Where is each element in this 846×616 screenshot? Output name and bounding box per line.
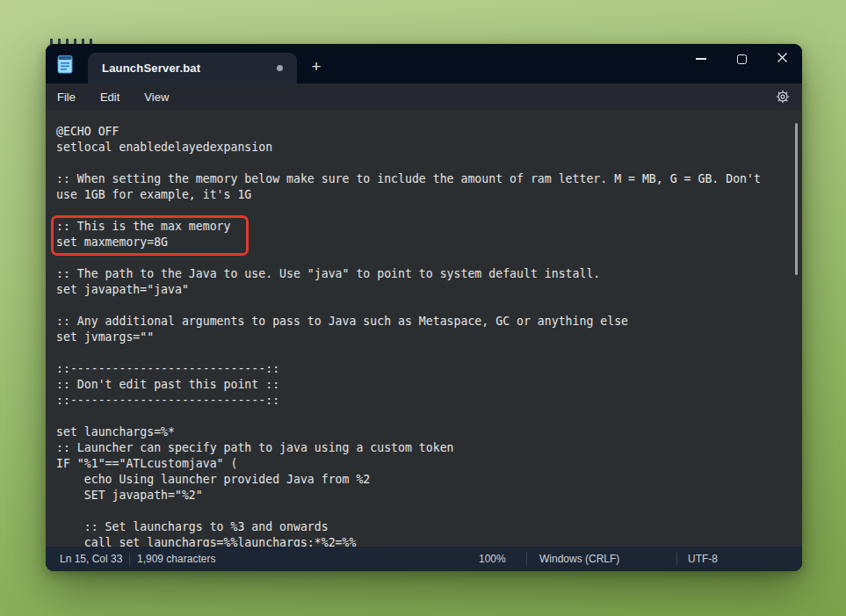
window-controls (681, 44, 802, 74)
code-line: IF "%1"=="ATLcustomjava" ( (56, 456, 761, 472)
close-icon (777, 51, 788, 67)
cursor-position: Ln 15, Col 33 (60, 553, 122, 565)
notepad-window: LaunchServer.bat + File Edit View (46, 44, 802, 571)
plus-icon: + (311, 58, 321, 75)
character-count: 1,909 characters (137, 553, 215, 565)
code-line: echo Using launcher provided Java from %… (56, 472, 761, 488)
code-line: set jvmargs="" (56, 330, 761, 345)
code-line (56, 345, 761, 361)
unsaved-dot-icon (277, 65, 283, 71)
notepad-icon (56, 54, 74, 78)
code-line: SET javapath="%2" (56, 488, 761, 504)
minimize-button[interactable] (681, 44, 721, 74)
menu-view[interactable]: View (144, 91, 169, 104)
code-line: :: Set launchargs to %3 and onwards (56, 519, 761, 535)
tab-title: LaunchServer.bat (102, 62, 200, 75)
code-line: call set launchargs=%%launchargs:*%2=%% (56, 535, 761, 547)
code-line: :: Launcher can specify path to java usi… (56, 440, 761, 456)
line-ending[interactable]: Windows (CRLF) (539, 553, 619, 565)
code-line: set launchargs=%* (56, 424, 761, 440)
new-tab-button[interactable]: + (304, 54, 329, 78)
code-line (56, 409, 761, 424)
minimize-icon (696, 58, 706, 59)
code-text: @ECHO OFFsetlocal enabledelayedexpansion… (56, 124, 761, 547)
status-bar: Ln 15, Col 33 1,909 characters 100% Wind… (46, 547, 802, 571)
code-line: setlocal enabledelayedexpansion (56, 140, 761, 156)
code-line: :: The path to the Java to use. Use "jav… (56, 266, 761, 282)
code-line: :: Any additional arguments to pass to J… (56, 314, 761, 330)
code-line: ::----------------------------:: (56, 393, 761, 409)
close-button[interactable] (762, 44, 802, 74)
code-line: @ECHO OFF (56, 124, 761, 140)
code-line (56, 504, 761, 519)
code-line: set javapath="java" (56, 282, 761, 298)
text-editor-area[interactable]: @ECHO OFFsetlocal enabledelayedexpansion… (46, 110, 802, 547)
maximize-button[interactable] (721, 44, 762, 74)
maximize-icon (737, 54, 747, 64)
red-annotation-box (51, 215, 249, 256)
title-bar[interactable]: LaunchServer.bat + (46, 44, 802, 83)
code-line (56, 298, 761, 314)
code-line: ::----------------------------:: (56, 361, 761, 377)
code-line (56, 156, 761, 171)
divider (129, 553, 130, 565)
code-line: :: Don't edit past this point :: (56, 377, 761, 393)
tab-launchserver[interactable]: LaunchServer.bat (88, 53, 297, 83)
desktop: { "titlebar": { "tab_title": "LaunchServ… (0, 0, 846, 616)
code-line: use 1GB for example, it's 1G (56, 187, 761, 203)
divider (526, 553, 527, 565)
menu-file[interactable]: File (57, 91, 76, 104)
divider (676, 553, 677, 565)
code-line: :: When setting the memory below make su… (56, 171, 761, 187)
encoding[interactable]: UTF-8 (688, 553, 718, 565)
zoom-level[interactable]: 100% (479, 553, 506, 565)
vertical-scrollbar[interactable] (795, 123, 798, 275)
menu-bar: File Edit View (46, 83, 802, 110)
menu-edit[interactable]: Edit (100, 91, 119, 104)
gear-icon[interactable] (775, 89, 791, 105)
